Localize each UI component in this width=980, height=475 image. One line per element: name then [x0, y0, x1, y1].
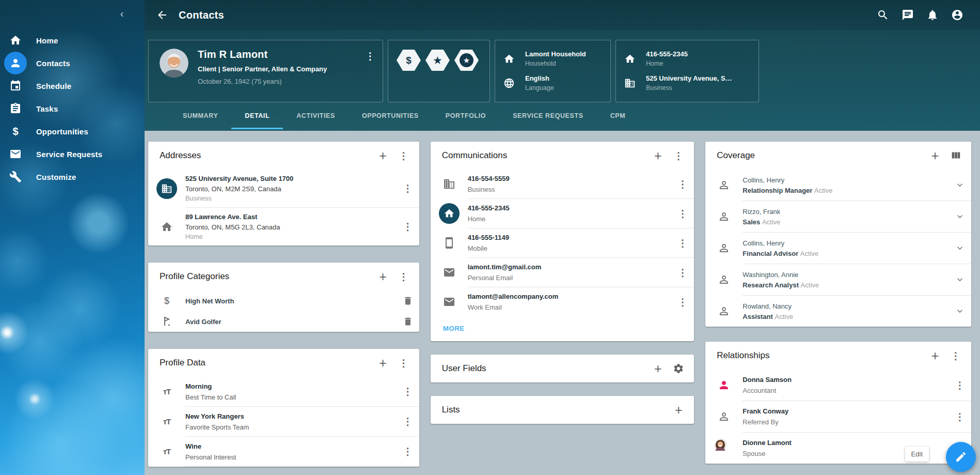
chevron-down-icon[interactable]	[949, 180, 971, 190]
sidebar-item-customize[interactable]: Customize	[0, 165, 145, 188]
home-icon	[148, 221, 185, 233]
communication-row[interactable]: tlamont@allencompany.com Work Email ⋮	[431, 287, 694, 316]
relationship-row[interactable]: Donna Samson Accountant ⋮	[705, 370, 971, 401]
kebab-icon[interactable]: ⋮	[393, 146, 414, 165]
communication-row[interactable]: lamont.tim@gmail.com Personal Email ⋮	[431, 258, 694, 287]
coverage-row[interactable]: Washington, Annie Research Analyst Activ…	[705, 264, 971, 295]
relationship-row[interactable]: Frank Conway Referred By ⋮	[705, 401, 971, 432]
kebab-icon[interactable]: ⋮	[671, 293, 694, 311]
mail-icon	[4, 143, 27, 165]
profile-category-row[interactable]: $ High Net Worth	[148, 290, 419, 311]
tab-opportunities[interactable]: OPPORTUNITIES	[349, 102, 432, 129]
delete-icon[interactable]	[397, 296, 419, 306]
sidebar-item-contacts[interactable]: Contacts	[0, 52, 145, 74]
page-title: Contacts	[179, 9, 871, 21]
sidebar-item-tasks[interactable]: Tasks	[0, 97, 145, 120]
chevron-down-icon[interactable]	[949, 274, 971, 285]
tab-detail[interactable]: DETAIL	[231, 102, 283, 129]
coverage-row[interactable]: Collins, Henry Financial Advisor Active	[705, 233, 971, 264]
relationship-row[interactable]: Dionne Lamont Spouse ⋮	[705, 433, 971, 464]
tab-portfolio[interactable]: PORTFOLIO	[432, 102, 499, 129]
account-icon[interactable]	[945, 3, 970, 27]
chat-icon[interactable]	[895, 3, 920, 27]
tab-cpm[interactable]: CPM	[597, 102, 639, 129]
sidebar-item-opportunities[interactable]: $ Opportunities	[0, 120, 145, 143]
tab-service-requests[interactable]: SERVICE REQUESTS	[499, 102, 597, 129]
building-icon	[624, 78, 638, 89]
card-title: Coverage	[717, 150, 925, 161]
comm-label: Work Email	[468, 303, 672, 311]
delete-icon[interactable]	[397, 316, 419, 327]
star-badge-icon[interactable]: ★	[425, 50, 450, 71]
kebab-icon[interactable]: ⋮	[397, 382, 419, 401]
kebab-icon[interactable]: ⋮	[397, 412, 419, 431]
kebab-icon[interactable]: ⋮	[671, 175, 694, 193]
sidebar-item-service-requests[interactable]: Service Requests	[0, 143, 145, 165]
coverage-role: Relationship Manager	[742, 187, 812, 194]
sidebar-item-home[interactable]: Home	[0, 29, 145, 52]
add-icon[interactable]: +	[373, 267, 393, 286]
profile-data-value: Morning	[185, 382, 397, 390]
kebab-icon[interactable]: ⋮	[393, 267, 414, 286]
add-icon[interactable]: +	[647, 146, 668, 165]
add-icon[interactable]: +	[668, 401, 689, 419]
back-arrow-icon[interactable]	[152, 5, 172, 25]
edit-fab-button[interactable]	[946, 442, 976, 472]
address-label: Business	[646, 84, 732, 91]
search-icon[interactable]	[871, 3, 895, 27]
profile-category-row[interactable]: Avid Golfer	[148, 311, 419, 332]
text-format-icon: тT	[148, 387, 185, 396]
profile-data-row[interactable]: тT New York Rangers Favorite Sports Team…	[148, 407, 419, 436]
tab-summary[interactable]: SUMMARY	[169, 102, 231, 129]
add-icon[interactable]: +	[373, 354, 393, 372]
card-title: Communications	[442, 150, 648, 161]
kebab-icon[interactable]: ⋮	[397, 218, 419, 236]
kebab-icon[interactable]: ⋮	[397, 442, 419, 461]
add-icon[interactable]: +	[925, 146, 945, 165]
profile-data-label: Best Time to Call	[185, 393, 397, 401]
profile-data-label: Personal Interest	[185, 453, 397, 461]
contact-kebab-icon[interactable]: ⋮	[361, 47, 380, 65]
kebab-icon[interactable]: ⋮	[949, 376, 971, 394]
chevron-down-icon[interactable]	[949, 243, 971, 253]
tab-activities[interactable]: ACTIVITIES	[283, 102, 349, 129]
sidebar-collapse-icon[interactable]: ‹	[116, 7, 128, 20]
sidebar-item-label: Customize	[36, 173, 76, 181]
kebab-icon[interactable]: ⋮	[668, 146, 689, 165]
notifications-icon[interactable]	[920, 3, 945, 27]
kebab-icon[interactable]: ⋮	[949, 407, 971, 426]
person-outline-icon	[705, 305, 742, 317]
kebab-icon[interactable]: ⋮	[671, 263, 694, 282]
kebab-icon[interactable]: ⋮	[671, 204, 694, 223]
comm-label: Home	[468, 215, 672, 223]
kebab-icon[interactable]: ⋮	[397, 179, 419, 198]
person-outline-icon	[705, 242, 742, 254]
key-client-badge-icon[interactable]: ★	[454, 50, 479, 71]
kebab-icon[interactable]: ⋮	[393, 354, 414, 372]
add-icon[interactable]: +	[925, 346, 945, 365]
kebab-icon[interactable]: ⋮	[945, 346, 966, 365]
chevron-down-icon[interactable]	[949, 211, 971, 222]
more-link[interactable]: MORE	[443, 325, 465, 332]
gear-icon[interactable]	[668, 359, 689, 378]
card-title: Lists	[442, 405, 669, 415]
communication-row[interactable]: 416-555-1149 Mobile ⋮	[431, 228, 694, 257]
chevron-down-icon[interactable]	[949, 306, 971, 316]
address-line2: Toronto, ON, M5G 2L3, Canada	[185, 223, 397, 231]
address-row[interactable]: 89 Lawrence Ave. East Toronto, ON, M5G 2…	[148, 208, 419, 246]
coverage-row[interactable]: Collins, Henry Relationship Manager Acti…	[705, 170, 971, 201]
communication-row[interactable]: 416-555-2345 Home ⋮	[431, 199, 694, 228]
profile-data-row[interactable]: тT Morning Best Time to Call ⋮	[148, 377, 419, 406]
kebab-icon[interactable]: ⋮	[671, 234, 694, 252]
sidebar-item-schedule[interactable]: Schedule	[0, 74, 145, 97]
profile-data-value: New York Rangers	[185, 412, 397, 420]
coverage-row[interactable]: Rizzo, Frank Sales Active	[705, 201, 971, 232]
add-icon[interactable]: +	[647, 359, 668, 378]
address-row[interactable]: 525 University Avenue, Suite 1700 Toront…	[148, 170, 419, 207]
view-column-icon[interactable]	[945, 146, 966, 165]
high-net-worth-badge-icon[interactable]: $	[397, 50, 421, 71]
profile-data-row[interactable]: тT Wine Personal Interest ⋮	[148, 437, 419, 466]
communication-row[interactable]: 416-554-5559 Business ⋮	[431, 170, 694, 198]
coverage-row[interactable]: Rowland, Nancy Assistant Active	[705, 296, 971, 327]
add-icon[interactable]: +	[373, 146, 393, 165]
